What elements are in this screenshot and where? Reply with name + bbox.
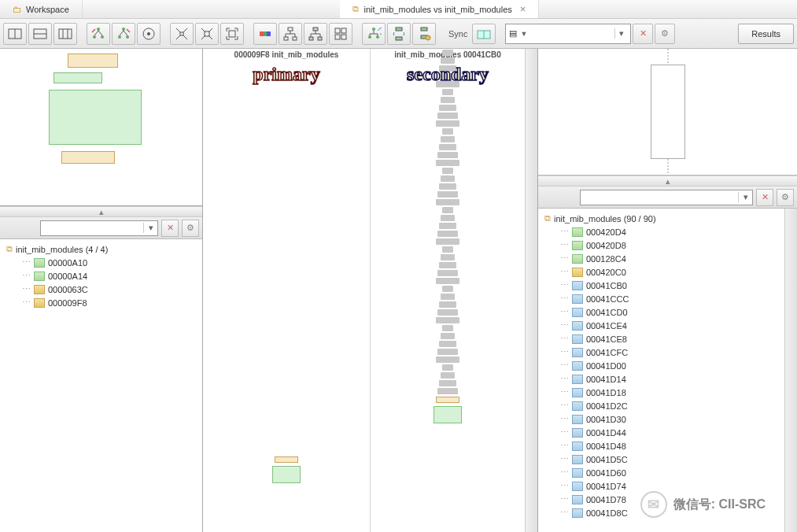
primary-block-green bbox=[272, 466, 301, 483]
tree-item[interactable]: ⋯000420D8 bbox=[541, 238, 781, 252]
expand-button[interactable] bbox=[170, 23, 194, 45]
tree-item[interactable]: ⋯00041D78 bbox=[541, 493, 781, 506]
tree-item[interactable]: ⋯00041D14 bbox=[541, 372, 781, 386]
tree-item[interactable]: ⋯00000A14 bbox=[3, 269, 199, 283]
folder-icon bbox=[572, 241, 583, 250]
tree-item[interactable]: ⋯00041CE8 bbox=[541, 332, 781, 345]
tree-item[interactable]: ⋯00041D5C bbox=[541, 453, 781, 466]
diff-tab[interactable]: ⧉ init_mib_modules vs init_mib_modules × bbox=[340, 0, 539, 18]
tree-item[interactable]: ⋯00000A10 bbox=[3, 256, 199, 269]
svg-rect-29 bbox=[335, 35, 340, 39]
overview-pane[interactable] bbox=[0, 49, 202, 206]
graph-mini-block bbox=[442, 168, 453, 174]
layout-button-3[interactable] bbox=[54, 23, 77, 45]
minimap-pane[interactable] bbox=[538, 49, 797, 175]
tree-item[interactable]: ⋯00041CCC bbox=[541, 292, 781, 305]
tree-item[interactable]: ⋯00041D44 bbox=[541, 426, 781, 439]
tree-item[interactable]: ⋯00041CFC bbox=[541, 345, 781, 359]
right-tree-root[interactable]: ⧉ init_mib_modules (90 / 90) bbox=[541, 212, 781, 225]
svg-point-31 bbox=[372, 28, 375, 31]
tree-item[interactable]: ⋯00041CD0 bbox=[541, 305, 781, 319]
sync-button[interactable] bbox=[472, 24, 496, 44]
right-tree-scrollbar[interactable] bbox=[784, 209, 797, 532]
block-button-1[interactable] bbox=[329, 23, 352, 45]
minimap-collapse-handle[interactable]: ▴ bbox=[538, 175, 797, 187]
secondary-pane[interactable]: init_mib_modules 00041CB0 secondary bbox=[371, 49, 537, 532]
secondary-canvas[interactable] bbox=[371, 49, 525, 532]
folder-icon bbox=[572, 227, 583, 237]
tree-item[interactable]: ⋯00041D00 bbox=[541, 359, 781, 372]
tree-item-label: 00041CCC bbox=[586, 294, 629, 304]
tree-item-label: 00041D30 bbox=[586, 415, 626, 424]
left-tree-content[interactable]: ⧉ init_mib_modules (4 / 4) ⋯00000A10⋯000… bbox=[0, 239, 202, 532]
clear-filter-button[interactable]: ✕ bbox=[633, 24, 653, 44]
primary-pane[interactable]: 000009F8 init_mib_modules primary bbox=[203, 49, 370, 532]
color-button-1[interactable] bbox=[253, 23, 277, 45]
tab-bar: 🗀 Workspace ⧉ init_mib_modules vs init_m… bbox=[0, 0, 797, 19]
target-button[interactable] bbox=[137, 23, 161, 45]
tree-item[interactable]: ⋯000420C0 bbox=[541, 265, 781, 279]
tree-item[interactable]: ⋯00041CB0 bbox=[541, 279, 781, 292]
graph-button-1[interactable] bbox=[87, 23, 110, 45]
tree-refresh-button[interactable] bbox=[362, 23, 386, 45]
tree-item[interactable]: ⋯000009F8 bbox=[3, 296, 199, 309]
left-tree-settings-button[interactable]: ⚙ bbox=[182, 220, 199, 237]
tree-item[interactable]: ⋯0000063C bbox=[3, 283, 199, 296]
tree-item[interactable]: ⋯00041D74 bbox=[541, 479, 781, 493]
right-tree-settings-button[interactable]: ⚙ bbox=[777, 189, 794, 206]
left-tree-toolbar: ▾ ✕ ⚙ bbox=[0, 217, 202, 239]
graph-mini-block bbox=[442, 325, 453, 331]
filter-dropdown[interactable]: ▤ ▼ ▾ bbox=[505, 24, 631, 44]
tree-item[interactable]: ⋯00041D30 bbox=[541, 412, 781, 426]
right-tree-clear-button[interactable]: ✕ bbox=[756, 189, 773, 206]
svg-point-7 bbox=[97, 28, 100, 31]
combo-caret-icon[interactable]: ▾ bbox=[738, 192, 752, 202]
combo-caret-icon[interactable]: ▾ bbox=[143, 223, 157, 233]
layout-button-2[interactable] bbox=[28, 23, 52, 45]
tree-item[interactable]: ⋯00041D2C bbox=[541, 399, 781, 412]
overview-block-4 bbox=[61, 151, 115, 164]
tree-item-label: 00041CB0 bbox=[586, 281, 627, 290]
right-tree-toolbar: ▾ ✕ ⚙ bbox=[538, 187, 797, 209]
svg-rect-23 bbox=[293, 37, 297, 40]
graph-mini-block bbox=[439, 105, 456, 111]
tree-item-label: 00041D5C bbox=[586, 455, 628, 464]
hierarchy-button-2[interactable] bbox=[304, 23, 327, 45]
diff-tab-icon: ⧉ bbox=[352, 4, 359, 14]
dropdown-button[interactable]: ▾ bbox=[614, 28, 627, 39]
tree-item[interactable]: ⋯00041CE4 bbox=[541, 319, 781, 332]
tree-item[interactable]: ⋯000128C4 bbox=[541, 252, 781, 265]
tree-cycle-button[interactable] bbox=[387, 23, 411, 45]
results-button[interactable]: Results bbox=[738, 24, 794, 44]
folder-icon bbox=[572, 482, 583, 491]
left-tree-filter-combo[interactable]: ▾ bbox=[40, 220, 158, 236]
collapse-button[interactable] bbox=[195, 23, 219, 45]
folder-icon bbox=[572, 321, 583, 331]
right-tree-content[interactable]: ⧉ init_mib_modules (90 / 90) ⋯000420D4⋯0… bbox=[538, 209, 784, 532]
overview-collapse-handle[interactable]: ▴ bbox=[0, 206, 202, 217]
close-icon[interactable]: × bbox=[520, 3, 526, 15]
workspace-tab[interactable]: 🗀 Workspace bbox=[0, 0, 83, 18]
fit-button[interactable] bbox=[220, 23, 244, 45]
left-tree-clear-button[interactable]: ✕ bbox=[161, 220, 179, 237]
primary-header: 000009F8 init_mib_modules bbox=[203, 49, 370, 61]
tree-item[interactable]: ⋯00041D48 bbox=[541, 439, 781, 453]
primary-canvas[interactable] bbox=[203, 88, 370, 532]
hierarchy-button-1[interactable] bbox=[279, 23, 302, 45]
graph-mini-block bbox=[437, 309, 458, 316]
right-tree-filter-combo[interactable]: ▾ bbox=[580, 190, 753, 205]
tree-item[interactable]: ⋯00041D18 bbox=[541, 386, 781, 399]
tree-item[interactable]: ⋯000420D4 bbox=[541, 225, 781, 238]
tree-item-label: 00041D48 bbox=[586, 441, 626, 451]
svg-rect-15 bbox=[180, 32, 183, 35]
tree-item[interactable]: ⋯00041D60 bbox=[541, 466, 781, 479]
graph-button-2[interactable] bbox=[112, 23, 135, 45]
left-tree-root[interactable]: ⧉ init_mib_modules (4 / 4) bbox=[3, 242, 199, 256]
tree-lock-button[interactable] bbox=[412, 23, 436, 45]
secondary-scrollbar[interactable] bbox=[525, 49, 537, 532]
graph-mini-block bbox=[441, 333, 455, 339]
layout-button-1[interactable] bbox=[3, 23, 27, 45]
minimap-viewport bbox=[651, 65, 685, 159]
tree-item[interactable]: ⋯00041D8C bbox=[541, 506, 781, 519]
settings-button[interactable]: ⚙ bbox=[655, 24, 675, 44]
